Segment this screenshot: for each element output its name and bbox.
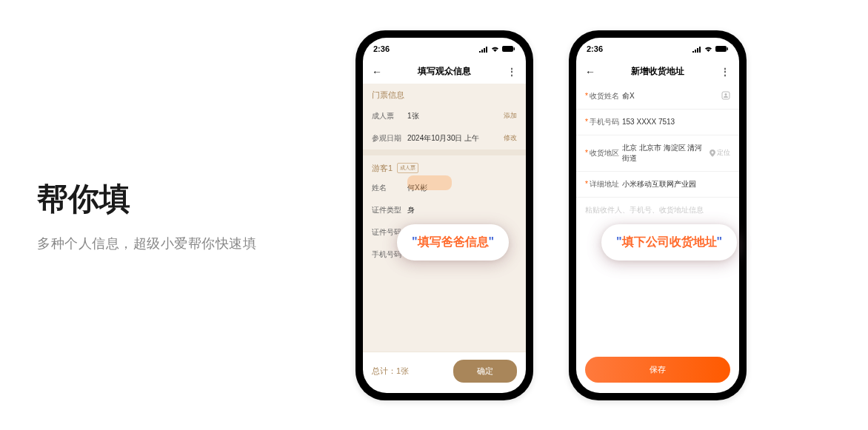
phone-label: 手机号码 [585,117,622,127]
date-label: 参观日期 [372,133,407,144]
status-bar: 2:36 [576,38,739,60]
promo-title: 帮你填 [37,178,355,220]
region-row[interactable]: 收货地区 北京 北京市 海淀区 清河街道 定位 [576,135,739,172]
save-button[interactable]: 保存 [585,357,730,383]
date-value: 2024年10月30日 上午 [407,133,504,144]
svg-rect-0 [502,46,513,52]
visitor-tag: 成人票 [397,163,418,173]
status-time: 2:36 [373,44,390,53]
battery-icon [715,45,729,53]
signal-icon [692,45,701,53]
detail-address-row[interactable]: 详细地址 小米移动互联网产业园 [576,172,739,198]
adult-ticket-row: 成人票 1张 添加 [363,105,526,127]
visitor-idtype-row[interactable]: 证件类型 身 [363,199,526,221]
quote-close: " [489,235,495,248]
recipient-value: 俞X [622,91,721,101]
recipient-name-row[interactable]: 收货姓名 俞X [576,84,739,110]
visitor-title: 游客1 [372,163,393,174]
visitor-header: 游客1 成人票 [363,155,526,177]
signal-icon [479,45,488,53]
svg-rect-1 [514,47,515,50]
visit-date-row: 参观日期 2024年10月30日 上午 修改 [363,127,526,150]
paste-hint[interactable]: 粘贴收件人、手机号、收货地址信息 [576,198,739,221]
back-icon[interactable] [585,66,595,78]
phone-left-screen: 2:36 填写观众信息 门票信息 成人票 1张 添加 [363,38,526,393]
detail-value: 小米移动互联网产业园 [622,179,730,189]
add-link[interactable]: 添加 [504,111,517,121]
promo-subtitle: 多种个人信息，超级小爱帮你快速填 [37,235,355,252]
status-time: 2:36 [587,44,603,53]
quote-open: " [412,235,418,248]
adult-value: 1张 [407,111,504,121]
phone-number-row[interactable]: 手机号码 153 XXXX 7513 [576,110,739,135]
phone-right-screen: 2:36 新增收货地址 收货姓名 俞X [576,38,739,393]
contacts-icon[interactable] [721,91,730,101]
app-header: 新增收货地址 [576,60,739,84]
visitor-name-row[interactable]: 姓名 何X彬 [363,177,526,199]
phones-container: 2:36 填写观众信息 门票信息 成人票 1张 添加 [355,30,776,400]
quote-close: " [717,235,723,248]
bubble-text: 填写爸爸信息 [418,235,489,248]
svg-rect-2 [715,46,727,52]
svg-rect-3 [727,47,729,50]
promo-text: 帮你填 多种个人信息，超级小爱帮你快速填 [0,178,355,252]
confirm-button[interactable]: 确定 [453,360,517,383]
svg-point-5 [725,93,727,95]
more-icon[interactable] [720,66,730,78]
more-icon[interactable] [507,66,517,78]
ticket-footer: 总计：1张 确定 [363,352,526,393]
section-divider [363,150,526,155]
voice-bubble-left: "填写爸爸信息" [397,224,509,261]
edit-link[interactable]: 修改 [504,133,517,143]
wifi-icon [490,45,500,53]
recipient-label: 收货姓名 [585,91,622,101]
region-value: 北京 北京市 海淀区 清河街道 [622,143,710,164]
adult-label: 成人票 [372,111,407,121]
phone-value: 153 XXXX 7513 [622,118,730,126]
wifi-icon [704,45,713,53]
name-value: 何X彬 [407,183,517,193]
quote-open: " [616,235,622,248]
total-count: 总计：1张 [372,366,409,377]
idtype-value: 身 [407,205,517,215]
app-header: 填写观众信息 [363,60,526,84]
back-icon[interactable] [372,66,382,78]
status-bar: 2:36 [363,38,526,60]
ticket-section-title: 门票信息 [363,84,526,105]
status-icons [479,45,515,53]
voice-bubble-right: "填下公司收货地址" [601,224,737,261]
phone-left: 2:36 填写观众信息 门票信息 成人票 1张 添加 [355,30,533,400]
address-form: 收货姓名 俞X 手机号码 153 XXXX 7513 收货地区 北京 北京市 海… [576,84,739,221]
detail-label: 详细地址 [585,179,622,189]
bubble-text: 填下公司收货地址 [622,235,717,248]
battery-icon [502,45,515,53]
name-label: 姓名 [372,183,407,193]
idtype-label: 证件类型 [372,205,407,215]
region-label: 收货地区 [585,148,622,158]
header-title: 新增收货地址 [631,65,684,78]
ticket-form: 门票信息 成人票 1张 添加 参观日期 2024年10月30日 上午 修改 游客… [363,84,526,352]
phone-right: 2:36 新增收货地址 收货姓名 俞X [569,30,747,400]
header-title: 填写观众信息 [418,65,471,78]
status-icons [692,45,729,53]
locate-icon[interactable]: 定位 [710,148,730,158]
